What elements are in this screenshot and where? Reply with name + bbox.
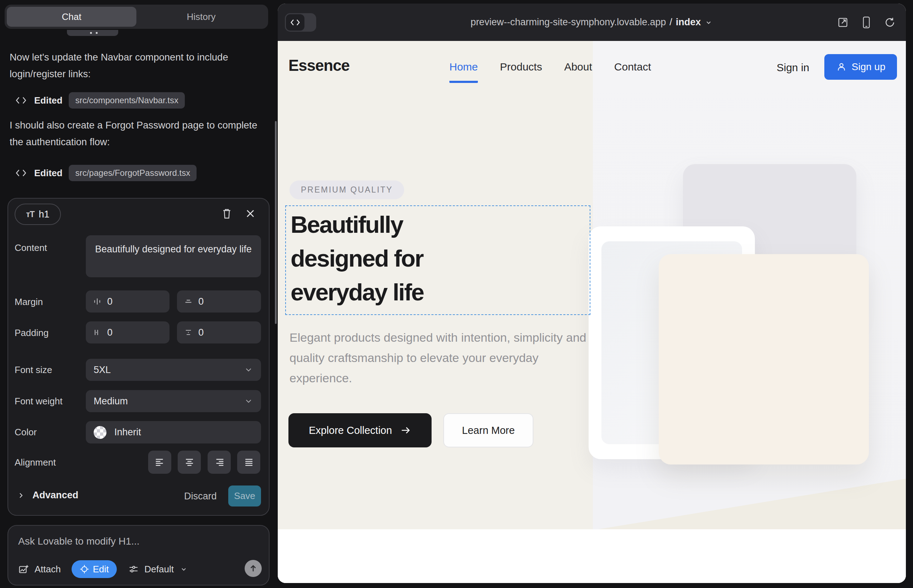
color-swatch <box>94 426 107 439</box>
font-weight-label: Font weight <box>15 396 62 407</box>
chat-composer: Ask Lovable to modify H1... Attach Edit … <box>8 525 270 585</box>
element-tag-label: h1 <box>39 209 50 220</box>
chevron-down-icon <box>704 18 713 27</box>
chevron-down-icon <box>244 365 253 375</box>
chat-history-tabs: Chat History <box>5 5 268 29</box>
code-icon <box>290 18 301 27</box>
site-viewport: Essence Home Products About Contact Sign… <box>278 41 906 583</box>
align-center-button[interactable] <box>178 451 201 474</box>
align-right-button[interactable] <box>207 451 231 474</box>
tab-chat[interactable]: Chat <box>7 7 136 27</box>
alignment-label: Alignment <box>15 457 56 468</box>
code-icon <box>14 166 28 180</box>
code-view-segment[interactable] <box>286 14 304 31</box>
edited-label: Edited <box>34 168 62 179</box>
padding-vertical-icon <box>184 328 193 337</box>
padding-y-input[interactable]: 0 <box>177 321 261 344</box>
sliders-icon <box>128 564 139 575</box>
send-button[interactable] <box>244 560 262 577</box>
nav-link-products[interactable]: Products <box>500 61 542 83</box>
margin-horizontal-icon <box>93 297 102 306</box>
file-chip[interactable]: src/components/Navbar.tsx <box>69 92 185 108</box>
explore-collection-button[interactable]: Explore Collection <box>288 413 432 447</box>
selection-outline[interactable] <box>285 205 590 315</box>
font-size-select[interactable]: 5XL <box>86 359 261 381</box>
discard-button[interactable]: Discard <box>184 491 217 502</box>
code-preview-toggle[interactable] <box>285 13 316 32</box>
truncated-chip <box>67 30 118 36</box>
content-input[interactable]: Beautifully designed for everyday life <box>86 235 261 277</box>
url-domain: preview--charming-site-symphony.lovable.… <box>471 17 666 28</box>
decor-card-cream <box>659 254 869 465</box>
margin-x-input[interactable]: 0 <box>86 291 170 312</box>
url-bar[interactable]: preview--charming-site-symphony.lovable.… <box>278 17 906 28</box>
attach-image-icon <box>18 564 29 575</box>
composer-input[interactable]: Ask Lovable to modify H1... <box>18 536 139 547</box>
element-tag-pill: тT h1 <box>15 204 61 225</box>
attach-button[interactable]: Attach <box>34 564 61 575</box>
refresh-icon[interactable] <box>884 16 896 29</box>
padding-label: Padding <box>15 328 49 339</box>
color-label: Color <box>15 427 37 438</box>
chevron-down-icon <box>180 565 188 573</box>
chevron-right-icon <box>17 491 25 500</box>
url-path: index <box>676 17 701 28</box>
file-chip[interactable]: src/pages/ForgotPassword.tsx <box>69 165 197 181</box>
align-left-button[interactable] <box>148 451 171 474</box>
advanced-toggle[interactable]: Advanced <box>17 490 78 501</box>
tab-history[interactable]: History <box>136 7 266 27</box>
padding-horizontal-icon <box>93 328 102 337</box>
url-separator: / <box>669 17 672 28</box>
margin-y-input[interactable]: 0 <box>177 291 261 312</box>
section-below-hero <box>278 529 906 583</box>
preview-browser: preview--charming-site-symphony.lovable.… <box>278 3 906 583</box>
site-nav: Home Products About Contact <box>449 61 651 83</box>
edited-file-row: Edited src/pages/ForgotPassword.tsx <box>14 165 197 181</box>
save-button[interactable]: Save <box>228 486 261 507</box>
font-weight-select[interactable]: Medium <box>86 390 261 412</box>
hero-description: Elegant products designed with intention… <box>290 328 603 388</box>
site-logo[interactable]: Essence <box>288 57 350 74</box>
typography-icon: тT <box>26 210 34 219</box>
padding-x-input[interactable]: 0 <box>86 321 170 344</box>
align-justify-button[interactable] <box>237 451 260 474</box>
edit-mode-button[interactable]: Edit <box>71 560 117 578</box>
signin-link[interactable]: Sign in <box>777 61 809 74</box>
chat-message: Now let's update the Navbar component to… <box>10 49 262 82</box>
margin-vertical-icon <box>184 297 193 306</box>
target-icon <box>79 564 89 574</box>
nav-link-about[interactable]: About <box>564 61 592 83</box>
margin-label: Margin <box>15 297 43 307</box>
nav-link-home[interactable]: Home <box>449 61 478 83</box>
signup-button[interactable]: Sign up <box>824 54 897 80</box>
content-label: Content <box>15 242 47 254</box>
element-editor-panel: тT h1 Content Beautifully designed for e… <box>8 198 270 516</box>
chat-scrollbar[interactable] <box>275 121 277 324</box>
font-size-label: Font size <box>15 365 52 375</box>
learn-more-button[interactable]: Learn More <box>444 413 533 447</box>
delete-element-button[interactable] <box>219 206 235 221</box>
code-icon <box>14 94 28 107</box>
arrow-up-icon <box>248 564 258 573</box>
chat-message: I should also create a Forgot Password p… <box>10 117 262 150</box>
open-external-icon[interactable] <box>837 16 849 29</box>
color-select[interactable]: Inherit <box>86 421 261 444</box>
app-window: Chat History Now let's update the Navbar… <box>0 0 913 588</box>
chevron-down-icon <box>244 396 253 406</box>
edited-file-row: Edited src/components/Navbar.tsx <box>14 92 185 109</box>
user-icon <box>836 61 847 72</box>
edited-label: Edited <box>34 95 62 106</box>
browser-chrome-bar: preview--charming-site-symphony.lovable.… <box>278 3 906 41</box>
mobile-view-icon[interactable] <box>861 16 872 29</box>
close-icon[interactable] <box>243 206 258 221</box>
nav-link-contact[interactable]: Contact <box>614 61 651 83</box>
model-default-select[interactable]: Default <box>144 564 174 575</box>
arrow-right-icon <box>400 425 411 436</box>
hero-badge: PREMIUM QUALITY <box>290 181 404 199</box>
